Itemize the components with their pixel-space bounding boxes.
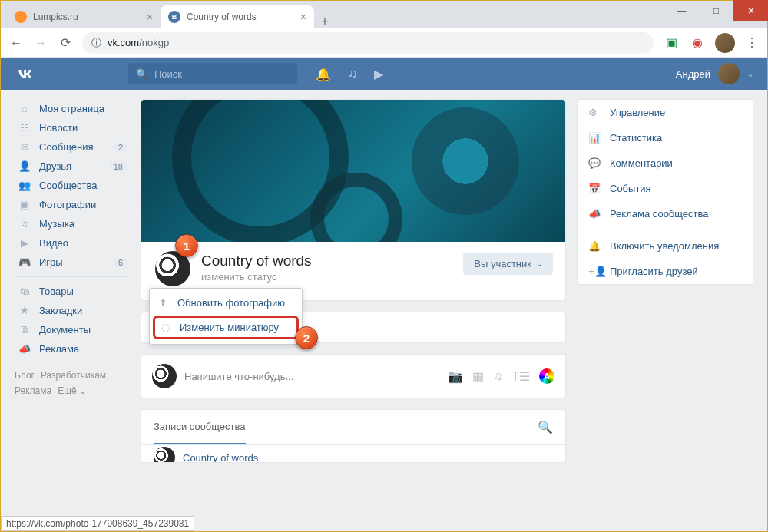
browser-status-url: https://vk.com/photo-177908639_457239031 bbox=[1, 516, 194, 531]
sidebar-item-video[interactable]: ▶Видео bbox=[15, 233, 130, 253]
menu-change-thumbnail[interactable]: ◌ Изменить миниатюру bbox=[153, 316, 299, 339]
poster-icon[interactable]: A bbox=[539, 368, 554, 384]
panel-manage[interactable]: ⚙Управление bbox=[578, 100, 753, 125]
post-composer[interactable]: Напишите что-нибудь... 📷 ▦ ♫ T☰ A bbox=[141, 355, 565, 398]
tab-close-icon[interactable]: × bbox=[147, 11, 153, 23]
composer-avatar bbox=[152, 364, 177, 388]
upload-icon: ⬆ bbox=[159, 297, 170, 309]
attach-video-icon[interactable]: ▦ bbox=[472, 369, 484, 384]
home-icon: ⌂ bbox=[18, 103, 31, 114]
avatar-dropdown-menu: ⬆ Обновить фотографию ◌ Изменить миниатю… bbox=[149, 288, 303, 345]
lumpics-favicon bbox=[15, 11, 27, 23]
browser-tab-lumpics[interactable]: Lumpics.ru × bbox=[7, 5, 161, 28]
sidebar-item-news[interactable]: ☷Новости bbox=[15, 118, 130, 137]
extension-icon[interactable]: ▣ bbox=[663, 35, 680, 51]
left-sidebar: ⌂Моя страница ☷Новости ✉Сообщения2 👤Друз… bbox=[15, 99, 130, 522]
url-host: vk.com bbox=[108, 37, 139, 48]
gear-icon: ⚙ bbox=[588, 107, 601, 118]
url-path: /nokgp bbox=[139, 37, 169, 48]
vk-logo[interactable] bbox=[15, 63, 36, 84]
music-icon: ♫ bbox=[18, 218, 31, 230]
nav-reload-icon[interactable]: ⟳ bbox=[58, 35, 73, 50]
news-icon: ☷ bbox=[18, 122, 31, 134]
panel-notifications[interactable]: 🔔Включить уведомления bbox=[578, 233, 753, 259]
sidebar-item-market[interactable]: 🛍Товары bbox=[15, 282, 130, 301]
group-cover-image[interactable] bbox=[141, 100, 565, 242]
nav-forward-icon[interactable]: → bbox=[33, 36, 48, 50]
footer-link-ads[interactable]: Реклама bbox=[15, 385, 51, 396]
annotation-marker-2: 2 bbox=[295, 326, 318, 349]
sidebar-item-photos[interactable]: ▣Фотографии bbox=[15, 195, 130, 214]
vk-search-input[interactable]: 🔍 Поиск bbox=[128, 63, 297, 84]
panel-invite[interactable]: +👤Пригласить друзей bbox=[578, 259, 753, 284]
games-icon: 🎮 bbox=[18, 256, 31, 268]
composer-input[interactable]: Напишите что-нибудь... bbox=[184, 371, 440, 382]
sidebar-item-profile[interactable]: ⌂Моя страница bbox=[15, 99, 130, 118]
sidebar-item-games[interactable]: 🎮Игры6 bbox=[15, 253, 130, 272]
sidebar-item-groups[interactable]: 👥Сообщества bbox=[15, 176, 130, 195]
music-icon[interactable]: ♫ bbox=[348, 67, 357, 81]
sidebar-footer: БлогРазработчикам РекламаЕщё ⌄ bbox=[15, 368, 130, 399]
groups-icon: 👥 bbox=[18, 180, 31, 191]
friends-icon: 👤 bbox=[18, 160, 31, 172]
menu-update-photo[interactable]: ⬆ Обновить фотографию bbox=[150, 292, 302, 314]
footer-link-more[interactable]: Ещё ⌄ bbox=[58, 385, 87, 396]
nav-back-icon[interactable]: ← bbox=[8, 36, 24, 50]
sidebar-item-messages[interactable]: ✉Сообщения2 bbox=[15, 137, 130, 157]
panel-comments[interactable]: 💬Комментарии bbox=[578, 150, 753, 176]
site-info-icon[interactable]: ⓘ bbox=[91, 36, 101, 50]
badge: 2 bbox=[114, 143, 127, 152]
window-controls: — □ ✕ bbox=[664, 0, 768, 21]
browser-tab-strip: Lumpics.ru × B Country of words × + bbox=[1, 1, 767, 28]
group-status-edit[interactable]: изменить статус bbox=[201, 271, 312, 283]
play-icon[interactable]: ▶ bbox=[374, 67, 383, 81]
comments-icon: 💬 bbox=[588, 157, 601, 169]
vk-user-menu[interactable]: Андрей ⌄ bbox=[676, 63, 753, 84]
post-author[interactable]: Country of words bbox=[183, 452, 258, 463]
chrome-menu-icon[interactable]: ⋮ bbox=[744, 35, 760, 50]
notifications-icon[interactable]: 🔔 bbox=[316, 67, 331, 81]
panel-stats[interactable]: 📊Статистика bbox=[578, 125, 753, 150]
search-icon: 🔍 bbox=[136, 68, 148, 80]
window-close[interactable]: ✕ bbox=[733, 0, 768, 21]
attach-more-icon[interactable]: T☰ bbox=[511, 369, 530, 384]
docs-icon: 🗎 bbox=[18, 324, 31, 335]
post-avatar[interactable] bbox=[154, 447, 175, 462]
calendar-icon: 📅 bbox=[588, 183, 601, 194]
wall-tab-posts[interactable]: Записи сообщества bbox=[154, 410, 246, 444]
tab-close-icon[interactable]: × bbox=[300, 11, 306, 23]
admin-panel: ⚙Управление 📊Статистика 💬Комментарии 📅Со… bbox=[577, 99, 753, 285]
wall-search-icon[interactable]: 🔍 bbox=[538, 420, 553, 435]
window-minimize[interactable]: — bbox=[664, 0, 699, 21]
sidebar-item-friends[interactable]: 👤Друзья18 bbox=[15, 157, 130, 176]
new-tab-button[interactable]: + bbox=[314, 15, 336, 28]
sidebar-item-bookmarks[interactable]: ★Закладки bbox=[15, 301, 130, 320]
market-icon: 🛍 bbox=[18, 286, 31, 297]
camera-icon: ▣ bbox=[18, 199, 31, 210]
membership-button[interactable]: Вы участник ⌄ bbox=[463, 253, 553, 275]
video-icon: ▶ bbox=[18, 237, 31, 249]
badge: 6 bbox=[114, 258, 127, 267]
vk-user-avatar bbox=[718, 63, 740, 84]
message-icon: ✉ bbox=[18, 141, 31, 153]
panel-events[interactable]: 📅События bbox=[578, 176, 753, 201]
footer-link-blog[interactable]: Блог bbox=[15, 370, 35, 381]
extension-icon[interactable]: ◉ bbox=[689, 35, 706, 51]
vk-favicon: B bbox=[168, 11, 180, 23]
chrome-profile-avatar[interactable] bbox=[715, 33, 735, 53]
vk-username: Андрей bbox=[676, 68, 710, 80]
sidebar-item-ads[interactable]: 📣Реклама bbox=[15, 339, 130, 359]
url-input[interactable]: ⓘ vk.com/nokgp bbox=[82, 32, 654, 54]
crop-icon: ◌ bbox=[161, 322, 172, 333]
browser-tab-vk[interactable]: B Country of words × bbox=[161, 5, 314, 28]
megaphone-icon: 📣 bbox=[588, 208, 601, 220]
annotation-marker-1: 1 bbox=[175, 234, 198, 257]
sidebar-item-music[interactable]: ♫Музыка bbox=[15, 214, 130, 233]
window-maximize[interactable]: □ bbox=[699, 0, 733, 21]
address-bar: ← → ⟳ ⓘ vk.com/nokgp ▣ ◉ ⋮ bbox=[1, 28, 767, 58]
attach-photo-icon[interactable]: 📷 bbox=[448, 369, 463, 384]
attach-music-icon[interactable]: ♫ bbox=[493, 369, 502, 383]
sidebar-item-docs[interactable]: 🗎Документы bbox=[15, 320, 130, 339]
panel-ads[interactable]: 📣Реклама сообщества bbox=[578, 201, 753, 226]
footer-link-dev[interactable]: Разработчикам bbox=[41, 370, 106, 381]
